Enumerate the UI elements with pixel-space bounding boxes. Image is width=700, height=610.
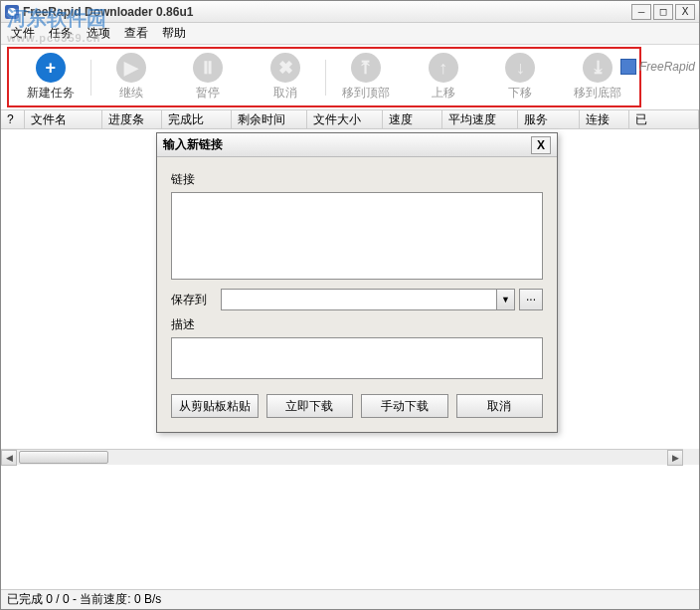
toolbar-label: 新建任务 xyxy=(27,85,75,102)
col-status[interactable]: ? xyxy=(1,110,25,128)
toolbar-move-up: ↑ 上移 xyxy=(406,51,481,103)
toolbar-label: 上移 xyxy=(432,85,455,102)
title-bar: FreeRapid Downloader 0.86u1 — □ X xyxy=(1,1,699,23)
scroll-thumb[interactable] xyxy=(19,451,108,464)
toolbar-label: 暂停 xyxy=(196,85,220,102)
dialog-close-button[interactable]: X xyxy=(531,136,551,154)
toolbar-resume: ▶ 继续 xyxy=(93,51,169,103)
col-done[interactable]: 已 xyxy=(629,110,699,128)
search-placeholder: FreeRapid xyxy=(639,60,695,74)
menu-bar: 文件 任务 选项 查看 帮助 xyxy=(1,23,699,45)
paste-button[interactable]: 从剪贴板粘贴 xyxy=(171,394,259,418)
new-link-dialog: 输入新链接 X 链接 保存到 ▼ ... 描述 从剪贴板粘贴 立即下载 手动下载… xyxy=(156,132,558,433)
col-speed[interactable]: 速度 xyxy=(383,110,442,128)
separator xyxy=(90,60,91,96)
toolbar: + 新建任务 ▶ 继续 ⏸ 暂停 ✖ 取消 ⤒ 移到顶部 ↑ 上移 ↓ 下移 ⤓… xyxy=(7,47,641,107)
app-icon xyxy=(5,5,19,19)
col-size[interactable]: 文件大小 xyxy=(307,110,383,128)
toolbar-new-task[interactable]: + 新建任务 xyxy=(13,51,88,103)
menu-view[interactable]: 查看 xyxy=(118,23,154,44)
menu-help[interactable]: 帮助 xyxy=(156,23,192,44)
manual-download-button[interactable]: 手动下载 xyxy=(361,394,448,418)
menu-tasks[interactable]: 任务 xyxy=(43,23,79,44)
saveto-value xyxy=(222,290,496,309)
move-bottom-icon: ⤓ xyxy=(583,53,612,83)
toolbar-label: 下移 xyxy=(508,85,532,102)
toolbar-move-top: ⤒ 移到顶部 xyxy=(328,51,404,103)
toolbar-move-down: ↓ 下移 xyxy=(483,51,559,103)
maximize-button[interactable]: □ xyxy=(653,4,673,20)
toolbar-cancel: ✖ 取消 xyxy=(248,51,323,103)
move-down-icon: ↓ xyxy=(505,53,535,83)
browse-button[interactable]: ... xyxy=(519,289,543,310)
col-progress[interactable]: 进度条 xyxy=(102,110,162,128)
link-textarea[interactable] xyxy=(171,192,543,280)
play-icon: ▶ xyxy=(116,53,146,83)
separator xyxy=(325,60,326,96)
plus-icon: + xyxy=(36,53,66,83)
search-icon xyxy=(620,59,636,75)
col-conn[interactable]: 连接 xyxy=(580,110,629,128)
move-top-icon: ⤒ xyxy=(351,53,381,83)
toolbar-label: 继续 xyxy=(119,85,143,102)
download-now-button[interactable]: 立即下载 xyxy=(266,394,354,418)
dialog-titlebar: 输入新链接 X xyxy=(157,133,557,157)
cancel-button[interactable]: 取消 xyxy=(456,394,544,418)
col-filename[interactable]: 文件名 xyxy=(25,110,102,128)
close-button[interactable]: X xyxy=(675,4,695,20)
saveto-label: 保存到 xyxy=(171,292,217,308)
status-text: 已完成 0 / 0 - 当前速度: 0 B/s xyxy=(7,591,161,608)
dialog-title: 输入新链接 xyxy=(163,136,531,153)
desc-label: 描述 xyxy=(171,316,543,333)
scroll-right-icon[interactable]: ▶ xyxy=(667,450,683,466)
menu-options[interactable]: 选项 xyxy=(81,23,116,44)
toolbar-label: 移到顶部 xyxy=(342,85,390,102)
search-box[interactable]: FreeRapid xyxy=(620,59,695,75)
toolbar-label: 移到底部 xyxy=(574,85,621,102)
status-bar: 已完成 0 / 0 - 当前速度: 0 B/s xyxy=(1,589,699,609)
saveto-combobox[interactable]: ▼ xyxy=(221,289,515,310)
col-avgspeed[interactable]: 平均速度 xyxy=(442,110,518,128)
move-up-icon: ↑ xyxy=(429,53,458,83)
menu-file[interactable]: 文件 xyxy=(5,23,41,44)
chevron-down-icon[interactable]: ▼ xyxy=(496,290,514,309)
minimize-button[interactable]: — xyxy=(631,4,651,20)
table-headers: ? 文件名 进度条 完成比 剩余时间 文件大小 速度 平均速度 服务 连接 已 xyxy=(1,109,699,129)
scroll-left-icon[interactable]: ◀ xyxy=(1,450,17,466)
link-label: 链接 xyxy=(171,171,543,188)
col-eta[interactable]: 剩余时间 xyxy=(232,110,307,128)
desc-textarea[interactable] xyxy=(171,337,543,379)
scroll-corner xyxy=(683,449,699,465)
pause-icon: ⏸ xyxy=(193,53,223,83)
col-service[interactable]: 服务 xyxy=(518,110,580,128)
toolbar-label: 取消 xyxy=(273,85,297,102)
toolbar-pause: ⏸ 暂停 xyxy=(171,51,247,103)
window-title: FreeRapid Downloader 0.86u1 xyxy=(23,5,631,19)
cancel-icon: ✖ xyxy=(270,53,300,83)
col-percent[interactable]: 完成比 xyxy=(162,110,232,128)
horizontal-scrollbar[interactable]: ◀ ▶ xyxy=(1,449,683,465)
